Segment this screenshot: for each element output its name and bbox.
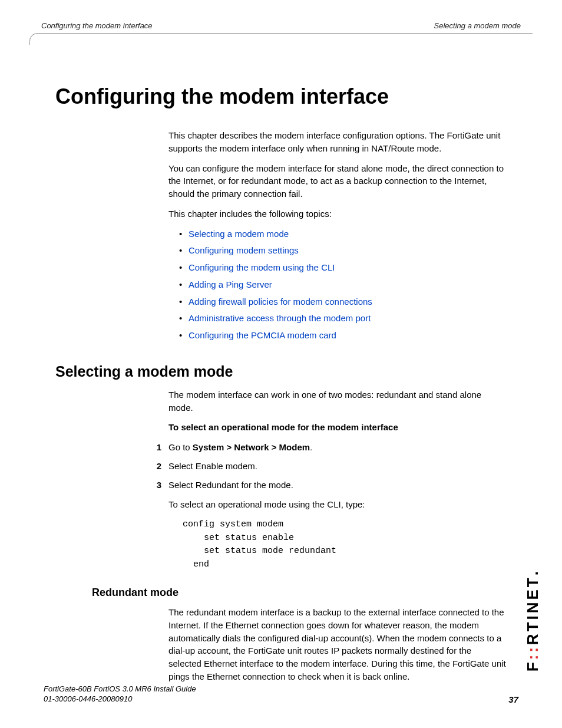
subsection-title: Redundant mode: [92, 587, 507, 599]
chapter-title: Configuring the modem interface: [55, 84, 507, 109]
task-title: To select an operational mode for the mo…: [168, 421, 507, 434]
step-2: Select Enable modem.: [144, 460, 507, 473]
topic-item: Adding firewall policies for modem conne…: [179, 295, 507, 308]
section-para: The modem interface can work in one of t…: [168, 388, 507, 414]
header-left: Configuring the modem interface: [41, 21, 153, 30]
intro-para-2: You can configure the modem interface fo…: [168, 162, 507, 200]
topic-link-4[interactable]: Adding a Ping Server: [189, 279, 272, 289]
step-1: Go to System > Network > Modem.: [144, 441, 507, 454]
footer-line1: FortiGate-60B FortiOS 3.0 MR6 Install Gu…: [44, 684, 196, 694]
topic-item: Adding a Ping Server: [179, 278, 507, 291]
footer-left: FortiGate-60B FortiOS 3.0 MR6 Install Gu…: [44, 684, 196, 704]
subsection-body: The redundant modem interface is a backu…: [168, 606, 507, 683]
intro-para-3: This chapter includes the following topi…: [168, 207, 507, 220]
topic-item: Configuring the PCMCIA modem card: [179, 329, 507, 342]
topic-item: Configuring modem settings: [179, 244, 507, 257]
intro-para-1: This chapter describes the modem interfa…: [168, 129, 507, 155]
cli-block: config system modem set status enable se…: [183, 518, 507, 571]
page-content: Configuring the modem interface This cha…: [29, 31, 533, 683]
page-number: 37: [508, 694, 518, 704]
topic-list: Selecting a modem mode Configuring modem…: [168, 228, 507, 342]
step-list: Go to System > Network > Modem. Select E…: [144, 441, 507, 491]
topic-item: Administrative access through the modem …: [179, 312, 507, 325]
step-pre: Go to: [168, 442, 193, 452]
topic-item: Configuring the modem using the CLI: [179, 261, 507, 274]
topic-link-6[interactable]: Administrative access through the modem …: [189, 313, 371, 323]
topic-item: Selecting a modem mode: [179, 228, 507, 241]
page-footer: FortiGate-60B FortiOS 3.0 MR6 Install Gu…: [44, 684, 518, 704]
section-title: Selecting a modem mode: [55, 363, 507, 380]
step-3: Select Redundant for the mode.: [144, 479, 507, 492]
running-header: Configuring the modem interface Selectin…: [29, 21, 533, 31]
step-bold: System > Network > Modem: [193, 442, 310, 452]
cli-intro: To select an operational mode using the …: [168, 498, 507, 511]
header-right: Selecting a modem mode: [434, 21, 521, 30]
step-pre: Select Enable modem.: [168, 461, 257, 471]
header-rule: [29, 33, 533, 45]
step-pre: Select Redundant for the mode.: [168, 480, 293, 490]
footer-line2: 01-30006-0446-20080910: [44, 694, 196, 704]
topic-link-1[interactable]: Selecting a modem mode: [189, 229, 289, 239]
brand-logo: F::RTINET.: [524, 569, 542, 671]
topic-link-5[interactable]: Adding firewall policies for modem conne…: [189, 297, 372, 307]
topic-link-3[interactable]: Configuring the modem using the CLI: [189, 262, 335, 272]
step-post: .: [310, 442, 312, 452]
topic-link-7[interactable]: Configuring the PCMCIA modem card: [189, 330, 336, 340]
topic-link-2[interactable]: Configuring modem settings: [189, 245, 299, 255]
